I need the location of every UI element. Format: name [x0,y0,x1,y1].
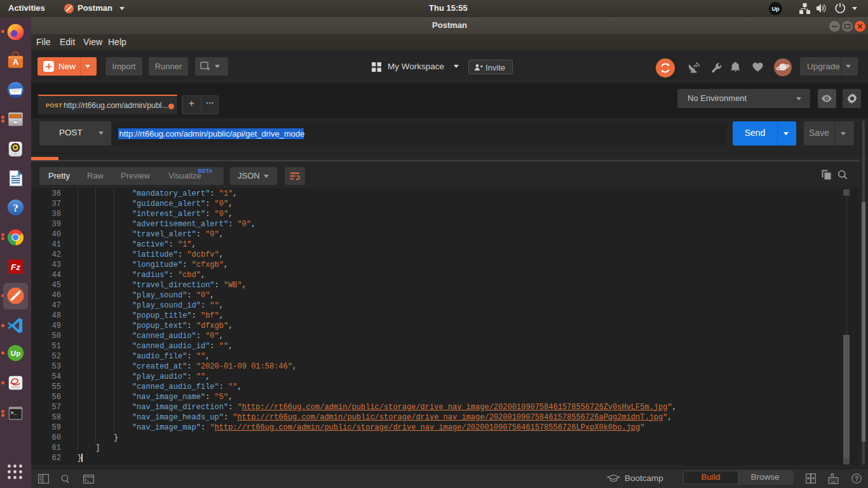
svg-text:A: A [13,58,18,67]
svg-text:>_: >_ [11,410,17,416]
svg-text:?: ? [13,201,18,214]
svg-text:Up: Up [772,6,780,12]
svg-text:?: ? [855,475,858,482]
svg-text:Up: Up [11,349,20,357]
svg-text:Fz: Fz [11,262,20,272]
